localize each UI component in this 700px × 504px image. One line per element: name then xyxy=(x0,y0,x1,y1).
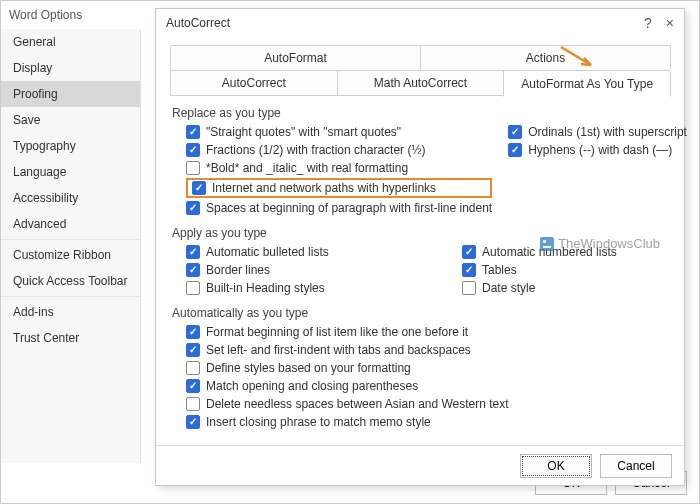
checkbox-icon xyxy=(186,125,200,139)
checkbox-icon xyxy=(186,343,200,357)
sidebar-item-addins[interactable]: Add-ins xyxy=(1,299,140,325)
checkbox-icon xyxy=(186,361,200,375)
checkbox-icon xyxy=(508,125,522,139)
section-auto: Automatically as you type Format beginni… xyxy=(170,306,670,430)
checkbox-icon xyxy=(462,263,476,277)
autocorrect-footer: OK Cancel xyxy=(156,445,684,485)
close-icon[interactable]: × xyxy=(666,15,674,31)
checkbox-bold-italic[interactable]: *Bold* and _italic_ with real formatting xyxy=(186,160,492,176)
tabs-row-bottom: AutoCorrect Math AutoCorrect AutoFormat … xyxy=(170,71,670,96)
checkbox-border-lines[interactable]: Border lines xyxy=(186,262,446,278)
section-apply: Apply as you type Automatic bulleted lis… xyxy=(170,226,670,296)
highlight-box: Internet and network paths with hyperlin… xyxy=(186,178,492,198)
tab-autoformat[interactable]: AutoFormat xyxy=(170,45,421,70)
help-icon[interactable]: ? xyxy=(644,15,652,31)
sidebar-separator xyxy=(1,239,140,240)
checkbox-icon xyxy=(462,281,476,295)
tab-math-autocorrect[interactable]: Math AutoCorrect xyxy=(337,71,505,96)
checkbox-numbered-lists[interactable]: Automatic numbered lists xyxy=(462,244,670,260)
checkbox-format-beginning[interactable]: Format beginning of list item like the o… xyxy=(186,324,670,340)
checkbox-icon xyxy=(186,415,200,429)
sidebar-item-general[interactable]: General xyxy=(1,29,140,55)
sidebar-item-save[interactable]: Save xyxy=(1,107,140,133)
sidebar-item-proofing[interactable]: Proofing xyxy=(1,81,140,107)
word-options-title: Word Options xyxy=(9,8,82,22)
checkbox-match-parentheses[interactable]: Match opening and closing parentheses xyxy=(186,378,670,394)
tabs-row-top: AutoFormat Actions xyxy=(170,45,670,71)
checkbox-icon xyxy=(462,245,476,259)
checkbox-hyphens[interactable]: Hyphens (--) with dash (—) xyxy=(508,142,687,158)
sidebar-item-accessibility[interactable]: Accessibility xyxy=(1,185,140,211)
word-options-sidebar: General Display Proofing Save Typography… xyxy=(1,29,141,463)
checkbox-icon xyxy=(186,397,200,411)
section-label: Automatically as you type xyxy=(170,306,670,320)
sidebar-item-display[interactable]: Display xyxy=(1,55,140,81)
sidebar-separator xyxy=(1,296,140,297)
checkbox-tables[interactable]: Tables xyxy=(462,262,670,278)
checkbox-fractions[interactable]: Fractions (1/2) with fraction character … xyxy=(186,142,492,158)
checkbox-internet-paths[interactable]: Internet and network paths with hyperlin… xyxy=(192,180,436,196)
checkbox-spaces-indent[interactable]: Spaces at beginning of paragraph with fi… xyxy=(186,200,492,216)
checkbox-icon xyxy=(186,143,200,157)
tab-actions[interactable]: Actions xyxy=(420,45,671,70)
checkbox-icon xyxy=(186,263,200,277)
checkbox-straight-quotes[interactable]: "Straight quotes" with "smart quotes" xyxy=(186,124,492,140)
checkbox-date-style[interactable]: Date style xyxy=(462,280,670,296)
checkbox-delete-spaces[interactable]: Delete needless spaces between Asian and… xyxy=(186,396,670,412)
checkbox-set-indent[interactable]: Set left- and first-indent with tabs and… xyxy=(186,342,670,358)
section-label: Apply as you type xyxy=(170,226,670,240)
checkbox-insert-closing[interactable]: Insert closing phrase to match memo styl… xyxy=(186,414,670,430)
section-replace: Replace as you type "Straight quotes" wi… xyxy=(170,106,670,216)
autocorrect-body: AutoFormat Actions AutoCorrect Math Auto… xyxy=(156,37,684,430)
autocorrect-titlebar: AutoCorrect ? × xyxy=(156,9,684,37)
checkbox-icon xyxy=(186,245,200,259)
checkbox-heading-styles[interactable]: Built-in Heading styles xyxy=(186,280,446,296)
tab-autoformat-as-you-type[interactable]: AutoFormat As You Type xyxy=(503,72,671,97)
sidebar-item-language[interactable]: Language xyxy=(1,159,140,185)
checkbox-icon xyxy=(186,325,200,339)
sidebar-item-advanced[interactable]: Advanced xyxy=(1,211,140,237)
checkbox-bulleted-lists[interactable]: Automatic bulleted lists xyxy=(186,244,446,260)
checkbox-icon xyxy=(192,181,206,195)
autocorrect-title: AutoCorrect xyxy=(166,16,230,30)
sidebar-item-typography[interactable]: Typography xyxy=(1,133,140,159)
sidebar-item-trust-center[interactable]: Trust Center xyxy=(1,325,140,351)
checkbox-icon xyxy=(508,143,522,157)
checkbox-ordinals[interactable]: Ordinals (1st) with superscript xyxy=(508,124,687,140)
tab-autocorrect[interactable]: AutoCorrect xyxy=(170,71,338,96)
checkbox-icon xyxy=(186,161,200,175)
checkbox-icon xyxy=(186,201,200,215)
sidebar-item-quick-access[interactable]: Quick Access Toolbar xyxy=(1,268,140,294)
checkbox-icon xyxy=(186,379,200,393)
checkbox-icon xyxy=(186,281,200,295)
ok-button[interactable]: OK xyxy=(520,454,592,478)
checkbox-define-styles[interactable]: Define styles based on your formatting xyxy=(186,360,670,376)
autocorrect-dialog: AutoCorrect ? × AutoFormat Actions AutoC… xyxy=(155,8,685,486)
sidebar-item-customize-ribbon[interactable]: Customize Ribbon xyxy=(1,242,140,268)
section-label: Replace as you type xyxy=(170,106,670,120)
cancel-button[interactable]: Cancel xyxy=(600,454,672,478)
